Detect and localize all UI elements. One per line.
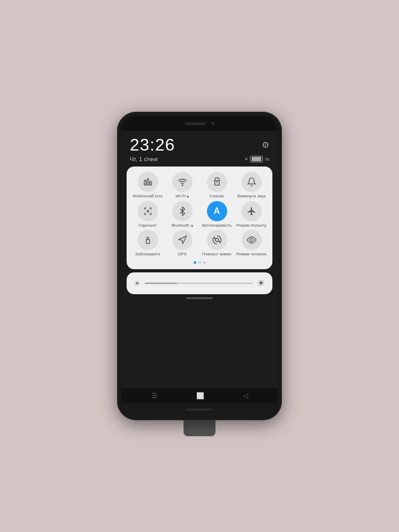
battery-percent: 78 <box>264 157 269 162</box>
qs-item-airplane[interactable]: Режим польоту <box>235 201 268 228</box>
qs-item-rotation[interactable]: Поворот вимкн <box>200 230 234 257</box>
qs-item-lock-rotation[interactable]: Заблокувати <box>131 230 164 257</box>
torch-label: Спалах <box>210 194 225 199</box>
clock: 23:26 <box>130 135 175 155</box>
status-bar: 23:26 ⚙ Чт, 1 січня ✕ 78 <box>121 131 278 163</box>
reading-mode-icon[interactable] <box>242 230 262 250</box>
reading-label: Режим читання <box>236 252 267 257</box>
torch-icon[interactable] <box>207 172 227 192</box>
dot-3[interactable] <box>203 261 206 264</box>
phone-device: 23:26 ⚙ Чт, 1 січня ✕ 78 <box>117 112 282 420</box>
rotation-label: Поворот вимкн <box>202 252 232 257</box>
qs-item-silent[interactable]: Вимкнути звук <box>235 172 268 199</box>
screenshot-label: Скріншот <box>138 223 156 228</box>
auto-brightness-label: Автояскравість <box>202 223 231 228</box>
svg-marker-8 <box>179 236 186 244</box>
battery-level <box>252 157 261 161</box>
airplane-icon[interactable] <box>242 201 262 221</box>
screenshot-icon[interactable] <box>138 201 158 221</box>
screen: 23:26 ⚙ Чт, 1 січня ✕ 78 <box>121 131 278 388</box>
quick-settings-grid: Мобільний інте Wi-Fi ▴ <box>131 172 268 257</box>
rotation-icon[interactable] <box>207 230 227 250</box>
battery-status: ✕ 78 <box>244 156 269 162</box>
bottom-bar <box>186 409 213 411</box>
dot-2[interactable] <box>198 261 201 264</box>
svg-point-10 <box>250 238 253 242</box>
brightness-low-icon: ☀ <box>134 279 140 287</box>
phone-screen-container: 23:26 ⚙ Чт, 1 січня ✕ 78 <box>121 116 278 416</box>
phone-stand <box>184 420 215 436</box>
svg-point-9 <box>215 238 219 242</box>
lock-rotation-label: Заблокувати <box>135 252 160 257</box>
svg-rect-7 <box>146 239 149 244</box>
qs-item-gps[interactable]: GPS <box>165 230 199 257</box>
bottom-navigation: ☰ ⬜ ◁ <box>121 388 278 403</box>
phone-bottom-bezel <box>121 403 278 416</box>
qs-item-bluetooth[interactable]: Bluetooth ▴ <box>165 201 199 228</box>
handle-bar <box>121 297 278 299</box>
settings-icon[interactable]: ⚙ <box>262 140 269 150</box>
drag-handle <box>186 297 213 299</box>
silent-label: Вимкнути звук <box>237 194 265 199</box>
gps-label: GPS <box>178 252 187 257</box>
date-display: Чт, 1 січня <box>130 156 157 162</box>
dot-1[interactable] <box>194 261 196 264</box>
auto-brightness-icon[interactable]: A <box>207 201 227 221</box>
qs-item-mobile-data[interactable]: Мобільний інте <box>131 172 164 199</box>
phone-top-bezel <box>121 116 278 131</box>
lock-rotation-icon[interactable] <box>138 230 158 250</box>
brightness-panel: ☀ ☀ <box>127 272 272 294</box>
front-camera <box>211 122 214 125</box>
mobile-data-icon[interactable] <box>138 172 158 192</box>
qs-item-wifi[interactable]: Wi-Fi ▴ <box>165 172 199 199</box>
bluetooth-icon[interactable] <box>172 201 193 221</box>
brightness-high-icon: ☀ <box>257 278 265 289</box>
speaker-grill <box>185 122 206 125</box>
airplane-label: Режим польоту <box>236 223 266 228</box>
qs-item-screenshot[interactable]: Скріншот <box>131 201 164 228</box>
svg-point-3 <box>182 185 183 186</box>
qs-item-auto-brightness[interactable]: A Автояскравість <box>200 201 234 228</box>
battery-x-icon: ✕ <box>244 156 248 162</box>
wifi-label: Wi-Fi ▴ <box>176 194 189 199</box>
nav-menu-button[interactable]: ☰ <box>152 392 157 400</box>
battery-indicator <box>250 156 263 162</box>
svg-rect-0 <box>144 180 146 185</box>
brightness-slider[interactable] <box>145 282 253 284</box>
qs-item-reading[interactable]: Режим читання <box>235 230 268 257</box>
svg-rect-1 <box>147 179 148 185</box>
bluetooth-label: Bluetooth ▴ <box>171 223 193 228</box>
quick-settings-panel: Мобільний інте Wi-Fi ▴ <box>127 167 272 269</box>
pagination-dots <box>131 261 268 264</box>
nav-home-button[interactable]: ⬜ <box>196 392 204 400</box>
silent-icon[interactable] <box>242 172 262 192</box>
qs-item-torch[interactable]: Спалах <box>200 172 234 199</box>
gps-icon[interactable] <box>172 230 193 250</box>
svg-rect-2 <box>149 181 151 185</box>
brightness-fill <box>145 282 177 284</box>
wifi-icon[interactable] <box>172 172 193 192</box>
mobile-data-label: Мобільний інте <box>132 194 162 199</box>
nav-back-button[interactable]: ◁ <box>243 392 248 400</box>
